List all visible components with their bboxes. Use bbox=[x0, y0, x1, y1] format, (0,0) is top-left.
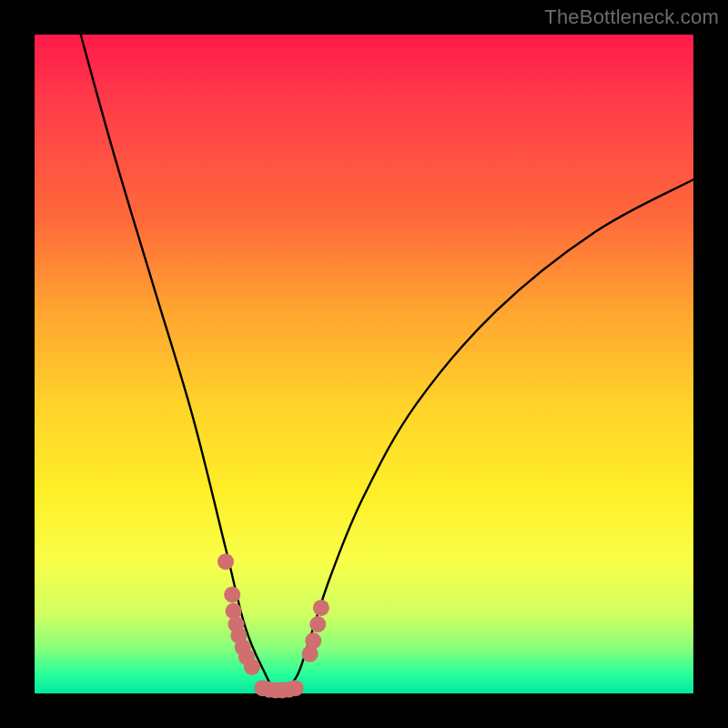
data-marker bbox=[224, 586, 240, 602]
data-marker bbox=[288, 680, 304, 696]
watermark-text: TheBottleneck.com bbox=[544, 5, 719, 29]
data-marker bbox=[313, 600, 329, 616]
bottleneck-curve bbox=[81, 35, 693, 693]
data-marker bbox=[244, 659, 260, 675]
data-marker bbox=[309, 616, 326, 632]
chart-svg bbox=[35, 35, 693, 693]
chart-stage: TheBottleneck.com bbox=[0, 0, 728, 728]
data-marker bbox=[217, 553, 234, 570]
marker-layer bbox=[217, 553, 329, 698]
data-marker bbox=[305, 632, 321, 649]
